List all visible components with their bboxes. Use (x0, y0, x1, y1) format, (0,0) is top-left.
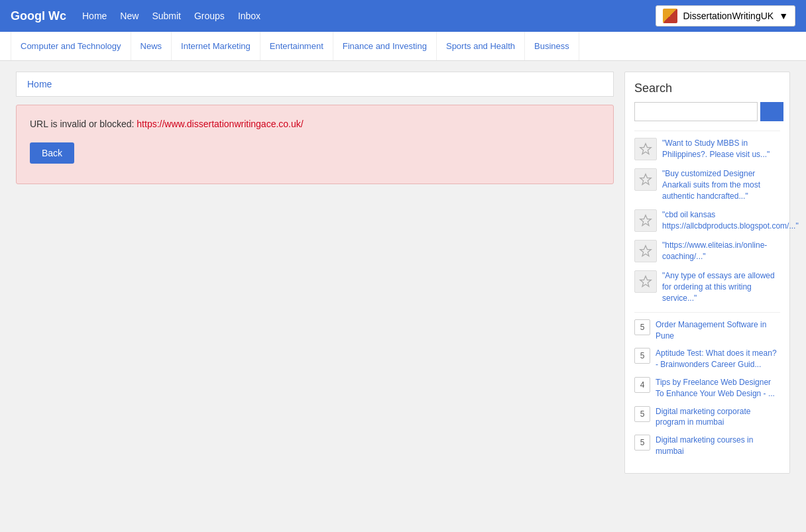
cat-finance[interactable]: Finance and Investing (333, 32, 437, 60)
svg-marker-3 (640, 246, 652, 256)
search-title: Search (634, 81, 780, 95)
sidebar-thumb-2 (634, 168, 657, 191)
svg-marker-4 (640, 276, 652, 287)
sidebar-thumb-1 (634, 138, 657, 160)
star-icon-3 (639, 214, 652, 227)
nav-new[interactable]: New (120, 8, 139, 24)
content-area: Home URL is invalid or blocked: https://… (16, 72, 614, 474)
sidebar-score-link-1[interactable]: Order Management Software in Pune (656, 319, 780, 342)
sidebar-score-item-4: 5 Digital marketing corporate program in… (634, 406, 780, 429)
cat-internet-marketing[interactable]: Internet Marketing (172, 32, 260, 60)
sidebar-item-text-1[interactable]: "Want to Study MBBS in Philippines?. Ple… (662, 138, 780, 160)
sidebar-thumb-3 (634, 209, 657, 232)
top-nav-links: Home New Submit Groups Inbox (82, 8, 656, 24)
star-icon-4 (639, 244, 652, 258)
score-box-5: 5 (634, 435, 650, 451)
error-static-text: URL is invalid or blocked: (30, 119, 137, 129)
sidebar-divider-1 (634, 131, 780, 131)
cat-computer[interactable]: Computer and Technology (11, 32, 131, 60)
sidebar-small-item-4: "https://www.eliteias.in/online-coaching… (634, 240, 780, 262)
nav-home[interactable]: Home (82, 8, 107, 24)
sidebar-small-item-5: "Any type of essays are allowed for orde… (634, 270, 780, 303)
sidebar-score-item-5: 5 Digital marketing courses in mumbai (634, 435, 780, 457)
sidebar-item-text-5[interactable]: "Any type of essays are allowed for orde… (662, 270, 780, 303)
back-button[interactable]: Back (30, 142, 74, 164)
score-box-2: 5 (634, 348, 650, 364)
top-navigation: Googl Wc Home New Submit Groups Inbox Di… (0, 0, 806, 32)
username-label: DissertationWritingUK (683, 11, 774, 21)
category-navigation: Computer and Technology News Internet Ma… (0, 32, 806, 61)
breadcrumb: Home (16, 72, 614, 97)
cat-sports[interactable]: Sports and Health (437, 32, 525, 60)
sidebar-small-item-1: "Want to Study MBBS in Philippines?. Ple… (634, 138, 780, 160)
sidebar-thumb-5 (634, 270, 657, 293)
error-url-link[interactable]: https://www.dissertationwritingace.co.uk… (137, 119, 303, 129)
error-message: URL is invalid or blocked: https://www.d… (30, 119, 600, 129)
nav-submit[interactable]: Submit (152, 8, 181, 24)
sidebar-thumb-4 (634, 240, 657, 262)
sidebar-small-item-2: "Buy customized Designer Anarkali suits … (634, 168, 780, 201)
score-box-1: 5 (634, 319, 650, 335)
score-box-4: 5 (634, 406, 650, 422)
error-box: URL is invalid or blocked: https://www.d… (16, 105, 614, 184)
user-avatar-icon (663, 9, 677, 23)
sidebar-score-link-3[interactable]: Tips by Freelance Web Designer To Enhanc… (656, 377, 780, 399)
sidebar-score-item-2: 5 Aptitude Test: What does it mean? - Br… (634, 348, 780, 370)
search-input[interactable] (634, 102, 758, 121)
star-icon-5 (639, 275, 652, 288)
cat-entertainment[interactable]: Entertainment (260, 32, 333, 60)
nav-inbox[interactable]: Inbox (238, 8, 260, 24)
sidebar-panel: Search "Want to Study MBBS in Philippine… (624, 72, 790, 474)
sidebar-item-text-2[interactable]: "Buy customized Designer Anarkali suits … (662, 168, 780, 201)
sidebar-small-item-3: "cbd oil kansas https://allcbdproducts.b… (634, 209, 780, 232)
score-box-3: 4 (634, 377, 650, 393)
svg-marker-1 (640, 174, 652, 185)
user-dropdown[interactable]: DissertationWritingUK ▼ (656, 5, 795, 27)
svg-marker-0 (640, 144, 652, 154)
sidebar-score-item-1: 5 Order Management Software in Pune (634, 319, 780, 342)
sidebar-divider-2 (634, 312, 780, 313)
cat-business[interactable]: Business (525, 32, 579, 60)
site-logo: Googl Wc (11, 9, 66, 23)
breadcrumb-home-link[interactable]: Home (27, 79, 52, 89)
search-button[interactable] (760, 102, 783, 121)
sidebar: Search "Want to Study MBBS in Philippine… (624, 72, 790, 474)
sidebar-score-link-4[interactable]: Digital marketing corporate program in m… (656, 406, 780, 429)
svg-marker-2 (640, 215, 652, 226)
sidebar-item-text-4[interactable]: "https://www.eliteias.in/online-coaching… (662, 240, 780, 262)
dropdown-arrow-icon: ▼ (779, 11, 788, 21)
star-icon-1 (639, 142, 652, 156)
nav-groups[interactable]: Groups (194, 8, 225, 24)
search-row (634, 102, 780, 121)
sidebar-score-link-2[interactable]: Aptitude Test: What does it mean? - Brai… (656, 348, 780, 370)
sidebar-score-link-5[interactable]: Digital marketing courses in mumbai (656, 435, 780, 457)
star-icon-2 (639, 173, 652, 186)
main-container: Home URL is invalid or blocked: https://… (5, 61, 801, 484)
sidebar-score-item-3: 4 Tips by Freelance Web Designer To Enha… (634, 377, 780, 399)
sidebar-item-text-3[interactable]: "cbd oil kansas https://allcbdproducts.b… (662, 209, 799, 232)
cat-news[interactable]: News (131, 32, 172, 60)
